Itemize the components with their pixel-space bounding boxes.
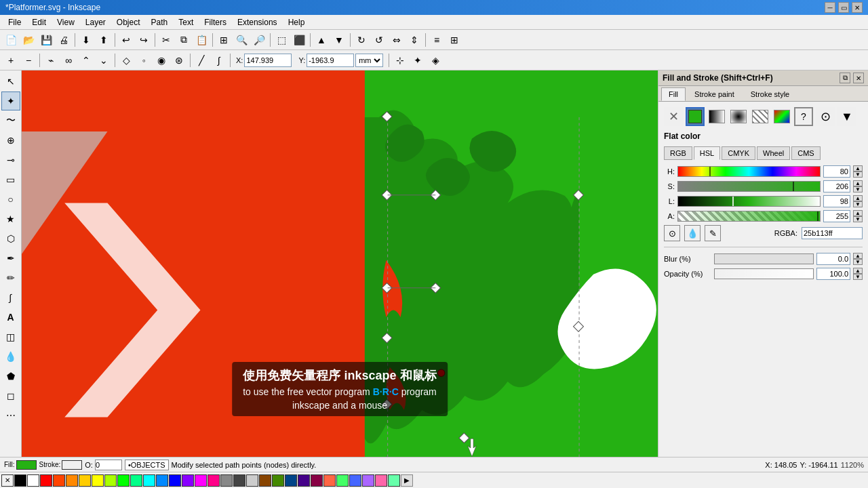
cmyk-tab[interactable]: CMYK [722, 146, 755, 160]
menu-path[interactable]: Path [146, 16, 174, 28]
node-join-seg-button[interactable]: ⌃ [78, 52, 94, 68]
palette-x[interactable]: ✕ [1, 474, 14, 487]
spray-tool[interactable]: ⋯ [1, 406, 20, 425]
restore-button[interactable]: ▭ [838, 2, 849, 13]
cut-button[interactable]: ✂ [158, 32, 174, 48]
node-delete-seg-button[interactable]: ⌄ [96, 52, 112, 68]
lower-button[interactable]: ▼ [331, 32, 347, 48]
s-up-button[interactable]: ▲ [853, 180, 863, 186]
rgb-tab[interactable]: RGB [664, 146, 692, 160]
a-up-button[interactable]: ▲ [853, 210, 863, 216]
undo-button[interactable]: ↩ [118, 32, 134, 48]
palette-color-25[interactable] [336, 474, 349, 487]
a-slider[interactable] [677, 211, 821, 222]
tab-stroke-style[interactable]: Stroke style [743, 87, 797, 101]
palette-color-24[interactable] [323, 474, 336, 487]
palette-color-2[interactable] [40, 474, 52, 487]
open-button[interactable]: 📂 [20, 32, 37, 48]
menu-view[interactable]: View [52, 16, 80, 28]
s-down-button[interactable]: ▼ [853, 186, 863, 192]
h-value[interactable] [823, 165, 850, 178]
select-tool[interactable]: ↖ [1, 72, 20, 91]
l-slider[interactable] [677, 196, 821, 207]
palette-color-16[interactable] [220, 474, 233, 487]
menu-help[interactable]: Help [283, 16, 311, 28]
palette-right-button[interactable]: ▶ [401, 474, 413, 487]
raise-button[interactable]: ▲ [313, 32, 330, 48]
l-up-button[interactable]: ▲ [853, 195, 863, 201]
opacity-down-button[interactable]: ▼ [853, 274, 863, 280]
y-input[interactable] [307, 54, 354, 67]
linear-grad-button[interactable] [707, 107, 726, 126]
palette-color-21[interactable] [285, 474, 297, 487]
menu-text[interactable]: Text [173, 16, 199, 28]
window-controls[interactable]: ─ ▭ ✕ [825, 2, 863, 13]
wheel-tab[interactable]: Wheel [757, 146, 790, 160]
palette-color-12[interactable] [169, 474, 181, 487]
circle-tool[interactable]: ○ [1, 190, 20, 209]
h-slider[interactable] [677, 166, 821, 177]
tweak-tool[interactable]: 〜 [1, 111, 20, 130]
pattern-button[interactable] [751, 107, 770, 126]
palette-color-1[interactable] [27, 474, 39, 487]
node-add-button[interactable]: + [3, 52, 19, 68]
new-button[interactable]: 📄 [3, 32, 19, 48]
palette-color-11[interactable] [156, 474, 168, 487]
redo-button[interactable]: ↪ [136, 32, 152, 48]
palette-color-8[interactable] [117, 474, 130, 487]
h-down-button[interactable]: ▼ [853, 171, 863, 178]
l-value[interactable] [823, 195, 850, 207]
palette-color-17[interactable] [233, 474, 245, 487]
rotate-ccw-button[interactable]: ↺ [371, 32, 387, 48]
x-input[interactable] [244, 54, 292, 67]
no-paint-button[interactable]: ✕ [664, 107, 683, 126]
node-tool[interactable]: ✦ [1, 92, 20, 110]
zoom-tool[interactable]: ⊕ [1, 131, 20, 150]
blur-up-button[interactable]: ▲ [853, 253, 863, 259]
palette-color-22[interactable] [298, 474, 310, 487]
zoom-in-button[interactable]: 🔍 [233, 32, 250, 48]
palette-color-10[interactable] [143, 474, 155, 487]
node-join-button[interactable]: ∞ [60, 52, 77, 68]
fill-swatch[interactable] [16, 460, 37, 470]
tab-fill[interactable]: Fill [661, 87, 686, 101]
opacity-slider[interactable] [714, 268, 814, 279]
palette-color-15[interactable] [208, 474, 220, 487]
print-button[interactable]: 🖨 [56, 32, 72, 48]
eraser-tool[interactable]: ◻ [1, 386, 20, 405]
palette-color-0[interactable] [14, 474, 26, 487]
menu-object[interactable]: Object [111, 16, 146, 28]
minimize-button[interactable]: ─ [825, 2, 835, 13]
flip-h-button[interactable]: ⇔ [389, 32, 405, 48]
ungroup-button[interactable]: ⬛ [291, 32, 307, 48]
node-smooth-button[interactable]: ◦ [136, 52, 152, 68]
calligraphy-tool[interactable]: ∫ [1, 288, 20, 307]
opacity-up-button[interactable]: ▲ [853, 268, 863, 274]
text-tool[interactable]: A [1, 308, 20, 327]
palette-color-13[interactable] [182, 474, 194, 487]
opacity-input[interactable] [95, 460, 122, 470]
panel-dock-button[interactable]: ⧉ [840, 73, 850, 83]
palette-color-29[interactable] [388, 474, 400, 487]
menu-filters[interactable]: Filters [199, 16, 232, 28]
node-remove-button[interactable]: − [20, 52, 37, 68]
tab-stroke-paint[interactable]: Stroke paint [687, 87, 742, 101]
zoom-fit-button[interactable]: ⊞ [216, 32, 232, 48]
palette-color-28[interactable] [375, 474, 387, 487]
palette-color-9[interactable] [130, 474, 142, 487]
fill-tool[interactable]: ⬟ [1, 367, 20, 386]
node-break-button[interactable]: ⌁ [43, 52, 59, 68]
measure-tool[interactable]: ⊸ [1, 150, 20, 169]
edit-icon[interactable]: ✎ [705, 225, 721, 241]
l-down-button[interactable]: ▼ [853, 201, 863, 207]
blur-slider[interactable] [714, 253, 814, 264]
rotate-cw-button[interactable]: ↻ [353, 32, 370, 48]
menu-layer[interactable]: Layer [80, 16, 111, 28]
paste-button[interactable]: 📋 [193, 32, 210, 48]
node-cusp-button[interactable]: ◇ [118, 52, 134, 68]
palette-color-27[interactable] [362, 474, 374, 487]
node-symmetric-button[interactable]: ◉ [153, 52, 170, 68]
palette-color-19[interactable] [259, 474, 271, 487]
paint-down-button[interactable]: ▼ [837, 107, 856, 126]
palette-color-20[interactable] [272, 474, 284, 487]
